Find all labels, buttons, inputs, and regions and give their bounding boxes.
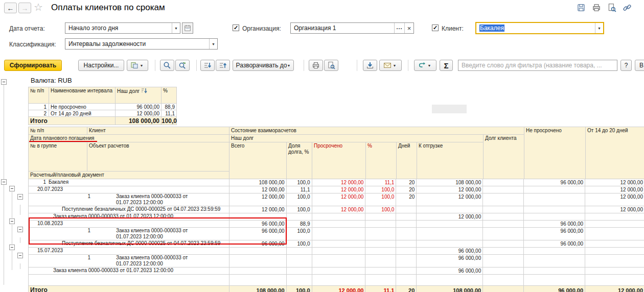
summary-total-row[interactable]: Итого108 000,00100,0 — [29, 117, 177, 125]
cell-overdue[interactable] — [312, 275, 366, 286]
cell-not_overdue[interactable]: 96 000,00 — [524, 228, 585, 240]
cell-to_ship[interactable] — [417, 240, 483, 248]
summary-cell-pct[interactable]: 88,9 — [162, 104, 177, 110]
cell-total[interactable]: 108 000,00 — [229, 286, 287, 292]
cell-days[interactable] — [396, 206, 417, 213]
cell-overdue_pct[interactable] — [365, 221, 396, 228]
organization-field[interactable]: Организация 1 — [290, 22, 414, 34]
report-row-order[interactable]: 1Заказ клиента 0000-000033 от 01.07.2023… — [29, 228, 644, 240]
cell-d14_20[interactable] — [585, 213, 644, 221]
summary-total-label[interactable]: Итого — [29, 117, 116, 125]
cell-days[interactable] — [396, 275, 417, 286]
expand-to-button[interactable]: Разворачивать до — [233, 60, 294, 71]
cell-days[interactable] — [396, 240, 417, 248]
row-label-cell[interactable] — [29, 275, 229, 286]
save-button[interactable] — [576, 2, 587, 13]
summary-cell-num[interactable]: 2 — [29, 110, 49, 117]
calendar-button[interactable] — [182, 22, 193, 34]
cell-overdue_pct[interactable] — [365, 228, 396, 240]
collapse-toggle[interactable] — [9, 245, 15, 250]
cell-client_debt[interactable] — [483, 206, 524, 213]
cell-total[interactable] — [229, 275, 287, 286]
cell-days[interactable]: 20 — [396, 286, 417, 292]
row-label-cell[interactable]: 10.08.2023 — [29, 221, 229, 228]
collapse-toggle[interactable] — [17, 227, 23, 232]
cell-client_debt[interactable] — [483, 286, 524, 292]
quick-filter-input[interactable] — [458, 60, 617, 71]
cell-overdue_pct[interactable]: 100,0 — [365, 193, 396, 206]
collapse-toggle[interactable] — [17, 194, 23, 200]
cell-d14_20[interactable] — [585, 240, 644, 248]
cell-share[interactable]: 100,0 — [287, 206, 312, 213]
cell-overdue_pct[interactable]: 11,1 — [365, 179, 396, 186]
collapse-toggle[interactable] — [17, 253, 23, 258]
cell-overdue[interactable] — [312, 248, 366, 255]
search-button[interactable] — [160, 60, 174, 71]
cell-overdue[interactable]: 12 000,00 — [312, 179, 366, 186]
collapse-toggle[interactable] — [9, 218, 15, 224]
cell-to_ship[interactable]: 96 000,00 — [417, 248, 483, 255]
cell-overdue[interactable] — [312, 240, 366, 248]
report-row-client[interactable]: 1Бакалея108 000,00100,012 000,0011,12010… — [29, 179, 644, 186]
summary-row[interactable]: 1Не просрочено96 000,0088,9 — [29, 104, 177, 110]
cell-not_overdue[interactable] — [524, 248, 585, 255]
cell-days[interactable] — [396, 221, 417, 228]
cell-share[interactable] — [287, 213, 312, 221]
report-row-order[interactable]: 1Заказ клиента 0000-000033 от 01.07.2023… — [29, 255, 644, 267]
cell-client_debt[interactable] — [483, 193, 524, 206]
report-date-field[interactable]: Начало этого дня — [65, 22, 180, 34]
cell-days[interactable] — [396, 213, 417, 221]
row-label-cell[interactable]: Итого — [29, 286, 229, 292]
row-label-cell[interactable]: 20.07.2023 — [29, 186, 229, 193]
cell-d14_20[interactable] — [585, 221, 644, 228]
cell-d14_20[interactable] — [585, 255, 644, 267]
report-date-dropdown-icon[interactable] — [172, 23, 180, 33]
summary-cell-num[interactable]: 1 — [29, 104, 49, 110]
cell-share[interactable]: 100,0 — [287, 179, 312, 186]
cell-total[interactable]: 96 000,00 — [229, 228, 287, 240]
summary-cell-pct[interactable]: 11,1 — [162, 110, 177, 117]
cell-share[interactable]: 100,0 — [287, 240, 312, 248]
toolbar-preview-button[interactable] — [324, 60, 338, 71]
summary-cell-debt[interactable]: 96 000,00 — [116, 104, 162, 110]
cell-not_overdue[interactable] — [524, 275, 585, 286]
cell-overdue[interactable]: 12 000,00 — [312, 186, 366, 193]
cell-total[interactable]: 12 000,00 — [229, 206, 287, 213]
client-dropdown-icon[interactable] — [595, 23, 603, 33]
cell-client_debt[interactable] — [483, 240, 524, 248]
expand-groups-button[interactable] — [200, 60, 215, 71]
cell-d14_20[interactable]: 12 000,00 — [585, 179, 644, 186]
cell-d14_20[interactable] — [585, 228, 644, 240]
cell-d14_20[interactable] — [585, 267, 644, 275]
report-row-date[interactable]: 15.07.202396 000,00 — [29, 248, 644, 255]
row-label-cell[interactable]: 1Заказ клиента 0000-000033 от 01.07.2023… — [29, 193, 229, 206]
cell-overdue_pct[interactable] — [365, 248, 396, 255]
cell-total[interactable] — [229, 255, 287, 267]
cell-total[interactable]: 12 000,00 — [229, 193, 287, 206]
report-row-blank[interactable] — [29, 275, 644, 286]
summary-cell-debt[interactable]: 12 000,00 — [116, 110, 162, 117]
cell-share[interactable]: 11,1 — [287, 186, 312, 193]
cell-client_debt[interactable] — [483, 267, 524, 275]
row-label-cell[interactable]: 1Заказ клиента 0000-000033 от 01.07.2023… — [29, 228, 229, 240]
cell-client_debt[interactable] — [483, 179, 524, 186]
cell-overdue[interactable]: 12 000,00 — [312, 193, 366, 206]
cell-client_debt[interactable] — [483, 275, 524, 286]
favorite-star-icon[interactable]: ☆ — [34, 2, 43, 12]
search-next-button[interactable] — [175, 60, 190, 71]
preview-button[interactable] — [606, 2, 617, 13]
cell-total[interactable]: 96 000,00 — [229, 221, 287, 228]
report-row-plan[interactable]: Заказ клиента 0000-000033 от 01.07.2023 … — [29, 213, 644, 221]
report-row-date[interactable]: 10.08.202396 000,0088,996 000,00 — [29, 221, 644, 228]
cell-d14_20[interactable]: 12 000,00 — [585, 193, 644, 206]
cell-d14_20[interactable]: 12 000,00 — [585, 186, 644, 193]
cell-total[interactable]: 96 000,00 — [229, 240, 287, 248]
classification-dropdown-icon[interactable] — [209, 39, 217, 49]
cell-share[interactable]: 100,0 — [287, 228, 312, 240]
cell-overdue_pct[interactable] — [365, 267, 396, 275]
summary-total-pct[interactable]: 100,0 — [162, 117, 177, 125]
cell-not_overdue[interactable]: 96 000,00 — [524, 179, 585, 186]
report-row-order[interactable]: 1Заказ клиента 0000-000033 от 01.07.2023… — [29, 193, 644, 206]
cell-client_debt[interactable] — [483, 248, 524, 255]
cell-to_ship[interactable]: 108 000,00 — [417, 286, 483, 292]
